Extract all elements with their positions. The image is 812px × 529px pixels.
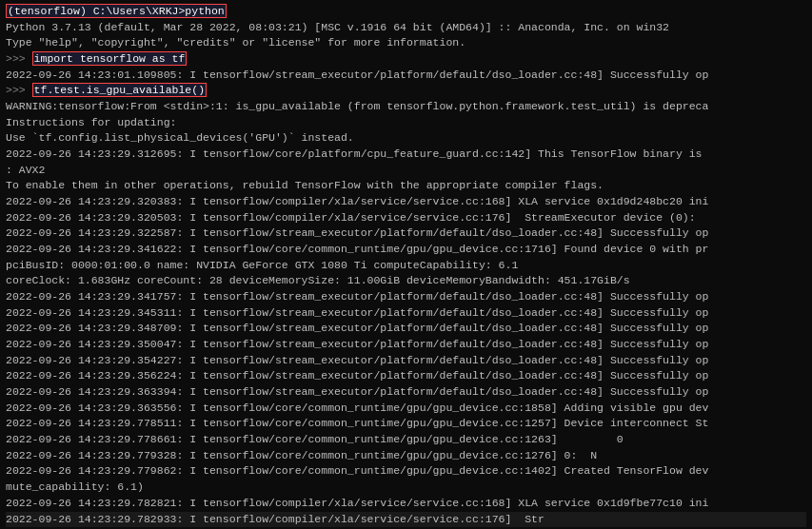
terminal-line: pciBusID: 0000:01:00.0 name: NVIDIA GeFo…: [6, 258, 806, 274]
terminal-line: >>> import tensorflow as tf: [6, 51, 806, 68]
terminal-line: coreClock: 1.683GHz coreCount: 28 device…: [6, 273, 806, 289]
terminal-line: 2022-09-26 14:23:29.363394: I tensorflow…: [6, 384, 806, 401]
tftest-highlight: tf.test.is_gpu_available(): [32, 83, 207, 97]
terminal-line: WARNING:tensorflow:From <stdin>:1: is_gp…: [6, 99, 806, 115]
terminal-line: 2022-09-26 14:23:29.322587: I tensorflow…: [6, 225, 806, 242]
terminal-window: (tensorflow) C:\Users\XRKJ>python Python…: [0, 0, 812, 529]
terminal-line: 2022-09-26 14:23:29.320383: I tensorflow…: [6, 194, 806, 210]
terminal-line: >>> tf.test.is_gpu_available(): [6, 83, 806, 99]
terminal-line: Instructions for updating:: [6, 115, 806, 131]
terminal-line: 2022-09-26 14:23:29.354227: I tensorflow…: [6, 353, 806, 369]
terminal-line: 2022-09-26 14:23:29.782821: I tensorflow…: [6, 496, 806, 512]
terminal-line: Type "help", "copyright", "credits" or "…: [6, 35, 806, 51]
terminal-line: 2022-09-26 14:23:29.779862: I tensorflow…: [6, 463, 806, 480]
terminal-line: 2022-09-26 14:23:29.348709: I tensorflow…: [6, 321, 806, 337]
terminal-line: 2022-09-26 14:23:29.341622: I tensorflow…: [6, 242, 806, 258]
terminal-line: 2022-09-26 14:23:01.109805: I tensorflow…: [6, 68, 806, 84]
terminal-line: (tensorflow) C:\Users\XRKJ>python: [6, 4, 806, 20]
terminal-line: To enable them in other operations, rebu…: [6, 178, 806, 194]
terminal-line: 2022-09-26 14:23:29.778661: I tensorflow…: [6, 432, 806, 448]
import-highlight: import tensorflow as tf: [32, 51, 188, 66]
terminal-line: 2022-09-26 14:23:29.356224: I tensorflow…: [6, 368, 806, 384]
terminal-line: mute_capability: 6.1): [6, 480, 806, 496]
cmd-highlight: (tensorflow) C:\Users\XRKJ>python: [6, 4, 227, 18]
terminal-line: 2022-09-26 14:23:29.779328: I tensorflow…: [6, 448, 806, 464]
terminal-line: 2022-09-26 14:23:29.345311: I tensorflow…: [6, 305, 806, 322]
terminal-line: 2022-09-26 14:23:29.778511: I tensorflow…: [6, 416, 806, 432]
terminal-line: : AVX2: [6, 163, 806, 179]
terminal-line: 2022-09-26 14:23:29.320503: I tensorflow…: [6, 210, 806, 226]
terminal-line: 2022-09-26 14:23:29.350047: I tensorflow…: [6, 337, 806, 353]
terminal-line-last: 2022-09-26 14:23:29.782933: I tensorflow…: [6, 512, 806, 528]
terminal-line: Use `tf.config.list_physical_devices('GP…: [6, 130, 806, 147]
terminal-line: 2022-09-26 14:23:29.363556: I tensorflow…: [6, 401, 806, 417]
terminal-line: 2022-09-26 14:23:29.312695: I tensorflow…: [6, 147, 806, 163]
terminal-line: 2022-09-26 14:23:29.341757: I tensorflow…: [6, 289, 806, 305]
terminal-line: Python 3.7.13 (default, Mar 28 2022, 08:…: [6, 20, 806, 36]
